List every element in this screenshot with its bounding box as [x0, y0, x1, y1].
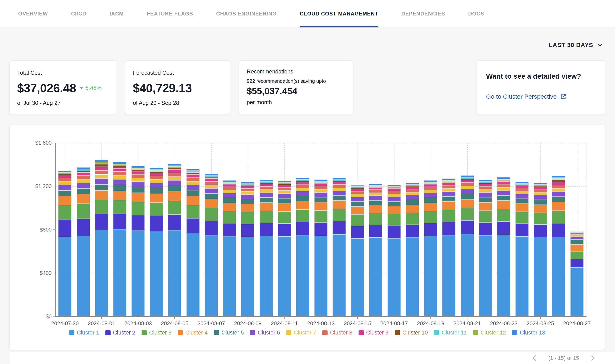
bar-segment-cluster-10[interactable]	[278, 184, 291, 185]
bar-segment-cluster-3[interactable]	[113, 200, 126, 214]
bar-segment-cluster-6[interactable]	[278, 194, 291, 198]
bar-segment-cluster-11[interactable]	[296, 180, 309, 181]
bar-segment-cluster-2[interactable]	[515, 224, 529, 236]
bar-segment-cluster-3[interactable]	[131, 202, 145, 215]
bar-segment-cluster-9[interactable]	[388, 189, 401, 191]
bar-segment-cluster-3[interactable]	[442, 210, 455, 222]
bar-segment-cluster-6[interactable]	[260, 193, 273, 197]
bar-segment-cluster-3[interactable]	[278, 211, 291, 223]
bar-segment-cluster-7[interactable]	[552, 188, 565, 192]
bar-segment-cluster-3[interactable]	[570, 251, 584, 259]
bar-segment-cluster-12[interactable]	[223, 182, 236, 182]
bar-segment-cluster-13[interactable]	[150, 168, 163, 170]
bar-segment-cluster-6[interactable]	[388, 197, 401, 201]
bar-segment-cluster-3[interactable]	[168, 201, 181, 215]
bar-segment-cluster-10[interactable]	[424, 183, 437, 184]
bar-segment-cluster-2[interactable]	[58, 220, 71, 237]
bar-segment-cluster-11[interactable]	[479, 182, 492, 183]
tab-ci-cd[interactable]: CI/CD	[71, 0, 86, 27]
tab-feature-flags[interactable]: FEATURE FLAGS	[147, 0, 193, 27]
bar-segment-cluster-12[interactable]	[113, 164, 126, 165]
tab-chaos-engineering[interactable]: CHAOS ENGINEERING	[216, 0, 277, 27]
bar-segment-cluster-1[interactable]	[95, 230, 108, 316]
bar-segment-cluster-4[interactable]	[424, 203, 437, 211]
bar-segment-cluster-3[interactable]	[534, 213, 547, 224]
bar-segment-cluster-1[interactable]	[296, 235, 309, 316]
bar-segment-cluster-9[interactable]	[278, 185, 291, 187]
bar-segment-cluster-13[interactable]	[223, 180, 236, 182]
bar-segment-cluster-13[interactable]	[58, 171, 71, 172]
bar-segment-cluster-4[interactable]	[461, 199, 474, 208]
bar-segment-cluster-10[interactable]	[113, 166, 126, 168]
bar-segment-cluster-12[interactable]	[333, 179, 346, 180]
bar-segment-cluster-9[interactable]	[497, 182, 510, 184]
bar-segment-cluster-13[interactable]	[131, 166, 145, 168]
bar-segment-cluster-8[interactable]	[515, 188, 529, 191]
bar-segment-cluster-4[interactable]	[223, 203, 236, 211]
bar-segment-cluster-6[interactable]	[333, 191, 346, 196]
bar-segment-cluster-1[interactable]	[186, 233, 200, 316]
bar-segment-cluster-7[interactable]	[223, 190, 236, 193]
bar-segment-cluster-13[interactable]	[333, 178, 346, 179]
bar-segment-cluster-8[interactable]	[223, 187, 236, 190]
bar-segment-cluster-4[interactable]	[497, 201, 510, 209]
legend-item-cluster-13[interactable]: Cluster 13	[512, 330, 545, 336]
bar-segment-cluster-7[interactable]	[278, 190, 291, 194]
bar-segment-cluster-2[interactable]	[168, 215, 181, 230]
bar-segment-cluster-1[interactable]	[534, 237, 547, 316]
bar-segment-cluster-3[interactable]	[351, 214, 364, 226]
bar-segment-cluster-8[interactable]	[369, 190, 382, 193]
bar-segment-cluster-1[interactable]	[424, 236, 437, 316]
bar-segment-cluster-8[interactable]	[113, 171, 126, 175]
bar-segment-cluster-10[interactable]	[77, 171, 90, 172]
bar-segment-cluster-1[interactable]	[278, 236, 291, 316]
bar-segment-cluster-4[interactable]	[442, 201, 455, 210]
bar-segment-cluster-3[interactable]	[150, 203, 163, 216]
bar-segment-cluster-11[interactable]	[150, 170, 163, 171]
bar-segment-cluster-11[interactable]	[113, 165, 126, 166]
bar-segment-cluster-6[interactable]	[515, 194, 529, 199]
bar-segment-cluster-3[interactable]	[333, 209, 346, 221]
bar-segment-cluster-9[interactable]	[570, 233, 584, 233]
bar-segment-cluster-12[interactable]	[479, 181, 492, 182]
bar-segment-cluster-8[interactable]	[552, 185, 565, 188]
bar-segment-cluster-5[interactable]	[479, 197, 492, 202]
bar-segment-cluster-2[interactable]	[461, 220, 474, 234]
bar-segment-cluster-12[interactable]	[95, 162, 108, 163]
bar-segment-cluster-13[interactable]	[534, 183, 547, 184]
bar-segment-cluster-9[interactable]	[113, 168, 126, 172]
bar-segment-cluster-3[interactable]	[515, 212, 529, 224]
bar-segment-cluster-4[interactable]	[205, 199, 218, 208]
bar-segment-cluster-13[interactable]	[461, 175, 474, 177]
bar-segment-cluster-7[interactable]	[479, 190, 492, 193]
legend-item-cluster-5[interactable]: Cluster 5	[214, 330, 244, 336]
bar-segment-cluster-11[interactable]	[351, 187, 364, 188]
bar-segment-cluster-6[interactable]	[314, 193, 328, 197]
bar-segment-cluster-12[interactable]	[168, 166, 181, 167]
bar-segment-cluster-1[interactable]	[241, 237, 254, 316]
bar-segment-cluster-7[interactable]	[406, 192, 419, 195]
bar-segment-cluster-1[interactable]	[260, 236, 273, 316]
bar-segment-cluster-8[interactable]	[296, 185, 309, 188]
bar-segment-cluster-10[interactable]	[552, 180, 565, 182]
cluster-perspective-link[interactable]: Go to Cluster Perspective	[486, 93, 596, 100]
bar-segment-cluster-5[interactable]	[77, 188, 90, 194]
bar-segment-cluster-13[interactable]	[186, 169, 200, 170]
bar-segment-cluster-10[interactable]	[168, 168, 181, 170]
bar-segment-cluster-3[interactable]	[479, 211, 492, 223]
bar-segment-cluster-7[interactable]	[168, 177, 181, 180]
bar-segment-cluster-5[interactable]	[388, 201, 401, 206]
bar-segment-cluster-12[interactable]	[534, 184, 547, 185]
bar-segment-cluster-6[interactable]	[406, 195, 419, 200]
bar-segment-cluster-7[interactable]	[113, 175, 126, 179]
bar-segment-cluster-7[interactable]	[77, 179, 90, 183]
bar-segment-cluster-10[interactable]	[333, 181, 346, 182]
bar-segment-cluster-6[interactable]	[77, 183, 90, 188]
bar-segment-cluster-5[interactable]	[570, 240, 584, 245]
bar-segment-cluster-13[interactable]	[552, 176, 565, 178]
bar-segment-cluster-10[interactable]	[150, 171, 163, 173]
bar-segment-cluster-9[interactable]	[314, 184, 328, 186]
bar-segment-cluster-9[interactable]	[351, 189, 364, 191]
tab-overview[interactable]: OVERVIEW	[18, 0, 48, 27]
bar-segment-cluster-12[interactable]	[424, 182, 437, 182]
